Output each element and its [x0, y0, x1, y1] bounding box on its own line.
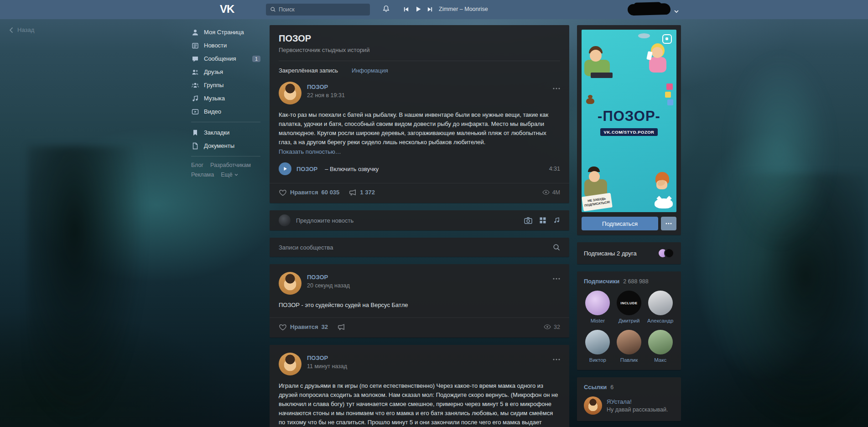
- notifications-bell-icon[interactable]: [382, 5, 390, 14]
- post-author-link[interactable]: ПОЗОР: [307, 354, 328, 361]
- community-avatar[interactable]: [279, 272, 301, 295]
- sidebar-item-bookmarks[interactable]: Закладки: [191, 126, 260, 139]
- player-play-button[interactable]: [415, 6, 421, 14]
- subscriber-name[interactable]: Mister: [591, 318, 605, 323]
- subscriber[interactable]: Виктор: [584, 330, 612, 363]
- audio-artist-link[interactable]: ПОЗОР: [296, 166, 317, 172]
- vk-logo[interactable]: VK: [220, 3, 234, 16]
- subscriber-avatar[interactable]: INCLUDE: [617, 291, 641, 315]
- friends-subscribed-card[interactable]: Подписаны 2 друга: [577, 242, 681, 264]
- subscriber-name[interactable]: Дмитрий: [619, 318, 640, 323]
- wall-post: ПОЗОР 20 секунд назад ПОЗОР - это судейс…: [270, 264, 569, 338]
- subscriber-avatar[interactable]: [648, 330, 673, 354]
- sidebar: Моя Страница Новости Сообщения 1 Друзья …: [191, 26, 260, 181]
- link-avatar[interactable]: [584, 396, 602, 415]
- subscribers-title-link[interactable]: Подписчики: [584, 278, 619, 285]
- subscriber[interactable]: INCLUDE Дмитрий: [615, 291, 643, 323]
- community-cover-card: -ПОЗОР- VK.COM/STYD.POZOR НЕ ЗАБУДЬ ПОДП…: [577, 25, 681, 235]
- photo-camera-icon[interactable]: [524, 217, 532, 224]
- like-count: 32: [322, 323, 328, 330]
- tab-pinned-post[interactable]: Закреплённая запись: [279, 67, 338, 74]
- global-search: [266, 4, 370, 16]
- post-menu-button[interactable]: [553, 84, 560, 91]
- post-date[interactable]: 11 минут назад: [307, 363, 347, 370]
- post-date[interactable]: 22 ноя в 19:31: [307, 92, 345, 99]
- subscriber-avatar[interactable]: [648, 291, 673, 315]
- subscribe-button[interactable]: Подписаться: [582, 217, 658, 230]
- sidebar-item-documents[interactable]: Документы: [191, 139, 260, 152]
- back-link[interactable]: Назад: [9, 26, 34, 33]
- community-cover-image[interactable]: -ПОЗОР- VK.COM/STYD.POZOR НЕ ЗАБУДЬ ПОДП…: [582, 30, 676, 212]
- subscriber-avatar[interactable]: [585, 330, 610, 354]
- post-date[interactable]: 20 секунд назад: [307, 282, 350, 289]
- subscriber[interactable]: Mister: [584, 291, 612, 323]
- messages-count-badge: 1: [252, 56, 260, 62]
- audio-title[interactable]: – Включить озвучку: [325, 166, 379, 172]
- search-input[interactable]: [266, 4, 370, 16]
- groups-icon: [191, 82, 199, 89]
- sidebar-item-my-page[interactable]: Моя Страница: [191, 26, 260, 39]
- community-avatar[interactable]: [279, 82, 301, 104]
- footer-link-more[interactable]: Ещё: [221, 172, 238, 178]
- cartoon-gift: [667, 99, 673, 105]
- tab-information[interactable]: Информация: [352, 67, 388, 74]
- community-header: ПОЗОР Первоисточник стыдных историй Закр…: [270, 25, 569, 74]
- cartoon-gift: [666, 83, 673, 90]
- footer-link-ads[interactable]: Реклама: [191, 172, 214, 178]
- post-author-link[interactable]: ПОЗОР: [307, 274, 328, 281]
- subscriber-avatar[interactable]: [617, 330, 641, 354]
- share-button[interactable]: [337, 323, 345, 331]
- post-actions: Нравится 32 32: [270, 318, 569, 337]
- views-counter: 32: [544, 324, 560, 330]
- link-name[interactable]: ЯУстала!: [607, 398, 668, 405]
- like-button[interactable]: Нравится 32: [279, 323, 328, 331]
- post-menu-button[interactable]: [553, 274, 560, 281]
- link-item[interactable]: ЯУстала! Ну давай рассказывай.: [584, 396, 674, 415]
- sidebar-item-label: Документы: [204, 142, 234, 149]
- community-options-button[interactable]: [661, 217, 676, 230]
- links-title-link[interactable]: Ссылки: [584, 384, 607, 391]
- sidebar-item-video[interactable]: Видео: [191, 105, 260, 118]
- player-previous-button[interactable]: [403, 6, 409, 14]
- community-status: Первоисточник стыдных историй: [279, 47, 560, 53]
- sidebar-item-music[interactable]: Музыка: [191, 92, 260, 105]
- post-menu-button[interactable]: [553, 355, 560, 362]
- subscribers-grid: Mister INCLUDE Дмитрий Александр Виктор …: [584, 291, 674, 363]
- show-more-link[interactable]: Показать полностью…: [279, 148, 560, 155]
- share-button[interactable]: 1 372: [348, 189, 375, 196]
- sidebar-item-news[interactable]: Новости: [191, 39, 260, 52]
- my-avatar[interactable]: [279, 214, 291, 226]
- like-label: Нравится: [290, 189, 318, 196]
- music-note-icon[interactable]: [553, 217, 560, 224]
- subscriber-name[interactable]: Павлик: [620, 357, 638, 363]
- like-count: 60 035: [322, 189, 340, 196]
- now-playing-track[interactable]: Zimmer – Moonrise: [439, 6, 488, 12]
- media-grid-icon[interactable]: [539, 217, 546, 224]
- user-avatar[interactable]: [628, 3, 671, 16]
- user-menu-chevron-down-icon[interactable]: [674, 8, 679, 15]
- community-avatar[interactable]: [279, 353, 301, 375]
- like-button[interactable]: Нравится 60 035: [279, 188, 339, 196]
- friend-avatar[interactable]: [664, 248, 674, 258]
- pinned-post: ПОЗОР 22 ноя в 19:31 Как-то раз мы поеха…: [270, 74, 569, 203]
- suggest-post-input[interactable]: Предложите новость: [296, 217, 519, 224]
- sidebar-item-messages[interactable]: Сообщения 1: [191, 52, 260, 65]
- subscriber-name[interactable]: Макс: [654, 357, 666, 363]
- sidebar-item-friends[interactable]: Друзья: [191, 65, 260, 78]
- wall-search-input[interactable]: Записи сообщества: [279, 244, 553, 251]
- subscriber[interactable]: Макс: [646, 330, 674, 363]
- footer-link-developers[interactable]: Разработчикам: [210, 162, 251, 168]
- sidebar-item-label: Группы: [204, 82, 223, 89]
- wall-post: ПОЗОР 11 минут назад Играли с друзьями в…: [270, 345, 569, 427]
- player-next-button[interactable]: [427, 6, 433, 14]
- subscriber-name[interactable]: Виктор: [589, 357, 606, 363]
- audio-play-button[interactable]: [279, 162, 291, 175]
- footer-link-blog[interactable]: Блог: [191, 162, 203, 168]
- subscriber-name[interactable]: Александр: [647, 318, 674, 323]
- search-icon[interactable]: [553, 244, 560, 251]
- subscriber-avatar[interactable]: [585, 291, 610, 315]
- subscriber[interactable]: Павлик: [615, 330, 643, 363]
- subscriber[interactable]: Александр: [646, 291, 674, 323]
- sidebar-item-groups[interactable]: Группы: [191, 78, 260, 92]
- post-author-link[interactable]: ПОЗОР: [307, 83, 328, 90]
